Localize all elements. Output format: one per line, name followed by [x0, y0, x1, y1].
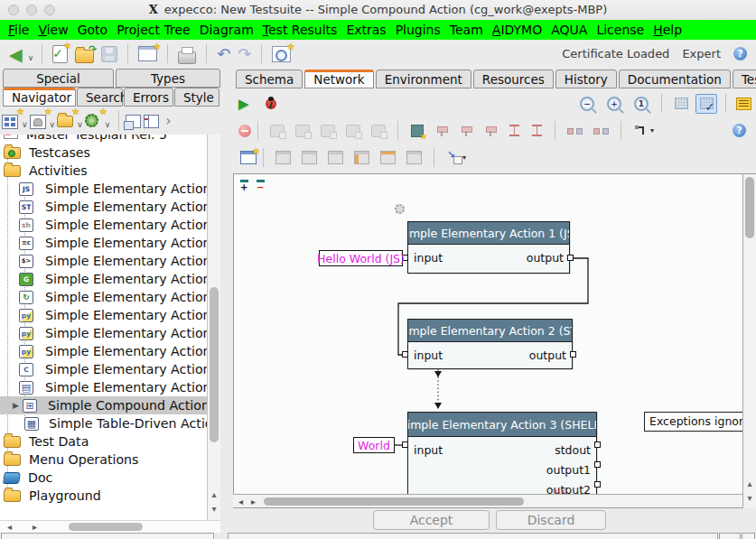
- output-pin[interactable]: [567, 255, 574, 261]
- expand-all-button[interactable]: +: [239, 179, 252, 190]
- input-value-label[interactable]: World: [353, 437, 395, 453]
- new-folder-button[interactable]: ★: [57, 112, 75, 129]
- menu-goto[interactable]: Goto: [73, 23, 112, 37]
- add-input-pin-button[interactable]: [436, 125, 448, 136]
- step-node-action3[interactable]: Simple Elementary Action 3 (SHELL) input…: [407, 412, 597, 496]
- tree-item-test-data[interactable]: Test Data: [0, 432, 219, 451]
- add-pin-button[interactable]: [485, 125, 497, 136]
- input-pin[interactable]: [402, 351, 408, 358]
- print-button[interactable]: [178, 51, 196, 64]
- new-action-dropdown[interactable]: ∨: [50, 120, 56, 129]
- accept-button[interactable]: Accept: [373, 510, 490, 530]
- back-button[interactable]: ◀: [9, 44, 23, 64]
- distribute-horizontal-button[interactable]: [354, 151, 369, 164]
- minimize-window-button[interactable]: [26, 5, 37, 15]
- expand-arrow-icon[interactable]: ▶: [9, 401, 23, 410]
- output-pin-label[interactable]: output1: [546, 463, 591, 477]
- remove-step-button[interactable]: [238, 125, 251, 137]
- paste-button[interactable]: [448, 152, 462, 164]
- align-top-button[interactable]: [302, 151, 317, 164]
- canvas-hscroll-thumb[interactable]: [264, 497, 524, 506]
- scroll-down-icon[interactable]: ▾: [743, 494, 756, 503]
- tree-item-simple-compound-action[interactable]: ▶⊞Simple Compound Action: [0, 396, 219, 414]
- input-value-label[interactable]: Hello World (JS): [319, 250, 403, 266]
- tree-item-activities[interactable]: Activities: [0, 162, 219, 180]
- tree-item-action-9[interactable]: pySimple Elementary Action 7: [0, 324, 219, 342]
- tree-item-action-11[interactable]: CSimple Elementary Action 8: [0, 360, 219, 378]
- new-action-button[interactable]: ★: [30, 112, 48, 129]
- tree-item-doc[interactable]: Doc: [0, 469, 219, 487]
- network-help-icon[interactable]: ?: [733, 124, 746, 137]
- tree-item-action-8[interactable]: pySimple Elementary Action 7: [0, 306, 219, 324]
- tree-item-action-1[interactable]: JSSimple Elementary Action 1: [0, 180, 219, 198]
- collapse-all-button[interactable]: −: [256, 179, 268, 190]
- tree-item-action-4[interactable]: ≡cSimple Elementary Action 4: [0, 234, 219, 252]
- open-testsuite-button[interactable]: ↷: [75, 50, 94, 63]
- align-grid-button[interactable]: [406, 151, 422, 164]
- menu-view[interactable]: View: [33, 23, 72, 37]
- scroll-left-icon[interactable]: ◂: [238, 497, 243, 506]
- tree-vertical-scrollbar[interactable]: ▴ ▾: [207, 135, 220, 520]
- network-canvas[interactable]: + − Simple Elementary Action 1 (JS) inpu…: [233, 173, 743, 496]
- input-pin[interactable]: [402, 441, 408, 448]
- save-button[interactable]: [101, 46, 117, 62]
- canvas-vscroll-thumb[interactable]: [745, 177, 754, 238]
- back-history-dropdown[interactable]: ∨: [28, 53, 34, 62]
- tree-vscroll-thumb[interactable]: [210, 287, 219, 442]
- tab-schema[interactable]: Schema: [236, 70, 303, 88]
- distribute-vertical-button[interactable]: [380, 151, 396, 164]
- browser-button[interactable]: ★: [272, 46, 291, 62]
- menu-extras[interactable]: Extras: [341, 23, 390, 37]
- tab-errors[interactable]: Errors: [124, 88, 173, 107]
- undo-button[interactable]: ↶: [217, 45, 230, 63]
- new-testcase-button[interactable]: ★: [85, 112, 103, 129]
- output-pin-label[interactable]: stdout: [555, 443, 591, 457]
- tree-horizontal-scrollbar[interactable]: ◂ ▸: [0, 520, 220, 533]
- menu-diagram[interactable]: Diagram: [195, 23, 258, 37]
- align-left-button[interactable]: [275, 151, 291, 164]
- delete-step-button[interactable]: [295, 125, 310, 137]
- align-bottom-button[interactable]: [328, 151, 343, 164]
- tree-item-testcases[interactable]: Testcases: [0, 144, 219, 162]
- output-pin[interactable]: [570, 351, 576, 358]
- zoom-reset-button[interactable]: 1: [634, 97, 649, 111]
- snap-to-grid-button[interactable]: ✓: [695, 94, 717, 114]
- show-window-button[interactable]: [126, 112, 144, 129]
- add-output-pin-button[interactable]: [461, 125, 472, 136]
- tab-navigator[interactable]: Navigator: [3, 88, 76, 107]
- output-pin[interactable]: [594, 481, 601, 488]
- tree-item-action-7[interactable]: ↻Simple Elementary Action 6: [0, 288, 219, 306]
- menu-team[interactable]: Team: [445, 23, 488, 37]
- tab-environment[interactable]: Environment: [376, 70, 471, 88]
- tab-network[interactable]: Network: [304, 70, 373, 88]
- new-testcase-dropdown[interactable]: ∨: [105, 120, 111, 129]
- add-point-button[interactable]: [371, 125, 386, 137]
- tree-item-action-12[interactable]: ▤Simple Elementary Action 9: [0, 378, 219, 396]
- step-node-action2[interactable]: Simple Elementary Action 2 (ST) inputout…: [407, 319, 573, 369]
- tree-item-action-5[interactable]: $>Simple Elementary Action 4: [0, 252, 219, 270]
- tree-item-action-6[interactable]: GSimple Elementary Action 5: [0, 270, 219, 288]
- step-node-action1[interactable]: Simple Elementary Action 1 (JS) inputout…: [407, 221, 570, 274]
- canvas-vertical-scrollbar[interactable]: ▴ ▾: [742, 173, 756, 508]
- reconnect-button[interactable]: [593, 126, 609, 135]
- new-item-button[interactable]: ★: [2, 112, 20, 129]
- scroll-right-icon[interactable]: ▸: [251, 497, 256, 506]
- scroll-up-icon[interactable]: ▴: [743, 479, 756, 488]
- output-pin-label[interactable]: output: [529, 348, 566, 362]
- toolbar-overflow-button[interactable]: ›: [165, 113, 171, 129]
- paste-dropdown[interactable]: ▾: [462, 153, 466, 162]
- new-item-dropdown[interactable]: ∨: [22, 120, 28, 129]
- tree-item-action-2[interactable]: STSimple Elementary Action 2: [0, 198, 219, 216]
- zoom-in-button[interactable]: +: [607, 97, 621, 111]
- tab-types[interactable]: Types: [116, 69, 220, 88]
- tree-hscroll-thumb[interactable]: [69, 523, 143, 531]
- menu-file[interactable]: File: [4, 23, 33, 37]
- zoom-out-button[interactable]: −: [580, 97, 594, 111]
- new-window-button[interactable]: ★: [138, 46, 157, 61]
- copy-step-button[interactable]: [346, 125, 360, 137]
- scroll-up-icon[interactable]: ▴: [208, 490, 220, 499]
- menu-aidymo[interactable]: AIDYMO: [488, 23, 546, 37]
- output-pin[interactable]: [594, 441, 601, 448]
- tab-resources[interactable]: Resources: [473, 70, 554, 88]
- new-testsuite-button[interactable]: ✓★: [52, 45, 68, 63]
